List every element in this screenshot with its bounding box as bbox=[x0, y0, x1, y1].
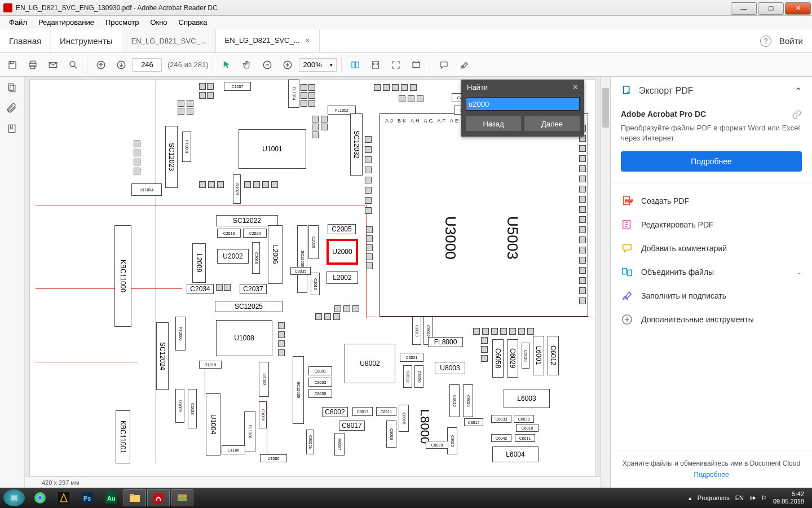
zoom-dropdown[interactable]: 200%▾ bbox=[299, 58, 336, 72]
document-viewport[interactable]: U3000 U5003 L8000 AJ BK AH AG AF AE AD A… bbox=[25, 77, 601, 488]
menu-window[interactable]: Окно bbox=[144, 18, 173, 27]
schematic-component: C6038 bbox=[514, 415, 534, 423]
signin-button[interactable]: Войти bbox=[779, 36, 803, 46]
rp-tool-item[interactable]: Дополнительные инструменты bbox=[611, 308, 812, 331]
window-minimize-button[interactable]: — bbox=[731, 2, 757, 15]
schematic-component-small bbox=[315, 313, 322, 320]
fit-width-icon[interactable] bbox=[346, 56, 364, 74]
rp-tool-item[interactable]: Редактировать PDF bbox=[611, 213, 812, 237]
chevron-up-icon[interactable]: ⌃ bbox=[795, 86, 802, 97]
rp-footer-link[interactable]: Подробнее bbox=[620, 471, 803, 479]
task-explorer-icon[interactable] bbox=[123, 489, 146, 506]
task-photoshop-icon[interactable]: Ps bbox=[76, 489, 99, 506]
schematic-component: U1001 bbox=[239, 129, 306, 169]
schematic-component: C6010 bbox=[516, 424, 539, 432]
task-chrome-icon[interactable] bbox=[29, 489, 51, 506]
fullscreen-icon[interactable] bbox=[387, 56, 405, 74]
zoom-out-icon[interactable] bbox=[258, 56, 276, 74]
rp-tool-item[interactable]: Добавить комментарий bbox=[611, 237, 812, 260]
bookmarks-icon[interactable] bbox=[6, 123, 19, 135]
tray-label: Programms bbox=[698, 494, 730, 501]
schematic-component: C8002 bbox=[322, 407, 348, 417]
task-audition-icon[interactable]: Au bbox=[100, 489, 122, 506]
document-tab-1[interactable]: EN_LG_D821_SVC_... bbox=[122, 29, 216, 52]
menu-help[interactable]: Справка bbox=[173, 18, 213, 27]
schematic-component-small bbox=[178, 100, 184, 107]
tab-tools[interactable]: Инструменты bbox=[51, 29, 122, 52]
rp-tool-item[interactable]: Объединить файлы⌄ bbox=[611, 260, 812, 284]
schematic-component-small bbox=[207, 92, 214, 99]
comment-icon[interactable] bbox=[435, 56, 453, 74]
email-icon[interactable] bbox=[44, 56, 62, 74]
schematic-component-small bbox=[365, 207, 372, 214]
schematic-component: C8015 bbox=[464, 418, 483, 426]
tab-home[interactable]: Главная bbox=[0, 29, 51, 52]
rp-cta-button[interactable]: Подробнее bbox=[621, 151, 802, 172]
schematic-component: L6003 bbox=[504, 389, 550, 408]
document-tab-2[interactable]: EN_LG_D821_SVC_...✕ bbox=[216, 29, 320, 52]
task-winrar-icon[interactable] bbox=[171, 489, 193, 506]
schematic-component: SC12032 bbox=[350, 113, 363, 176]
read-mode-icon[interactable] bbox=[407, 56, 425, 74]
rp-tool-item[interactable]: PDFСоздать PDF bbox=[611, 189, 812, 213]
schematic-component: C1007 bbox=[224, 82, 251, 91]
svg-rect-16 bbox=[10, 85, 15, 92]
menu-edit[interactable]: Редактирование bbox=[33, 18, 100, 27]
schematic-component-small bbox=[482, 328, 489, 335]
schematic-component: U1004 bbox=[206, 393, 220, 456]
hand-icon[interactable] bbox=[238, 56, 256, 74]
find-dialog: Найти✕ ▾ Назад Далее bbox=[461, 80, 584, 137]
page-down-icon[interactable] bbox=[112, 56, 130, 74]
page-number-input[interactable] bbox=[133, 58, 162, 72]
close-icon[interactable]: ✕ bbox=[572, 83, 579, 91]
close-icon[interactable]: ✕ bbox=[304, 37, 310, 45]
tray-lang[interactable]: EN bbox=[735, 494, 744, 501]
tool-icon bbox=[621, 242, 633, 255]
save-icon[interactable] bbox=[3, 56, 21, 74]
find-input[interactable] bbox=[466, 97, 580, 111]
sign-icon[interactable] bbox=[455, 56, 473, 74]
page-up-icon[interactable] bbox=[92, 56, 110, 74]
rp-header[interactable]: Экспорт PDF bbox=[639, 86, 694, 96]
schematic-component: R1023 bbox=[233, 174, 241, 204]
chevron-down-icon[interactable]: ⌄ bbox=[796, 268, 802, 276]
rp-product-name: Adobe Acrobat Pro DC bbox=[621, 110, 706, 119]
rp-tool-item[interactable]: Заполнить и подписать bbox=[611, 284, 812, 308]
thumbnails-icon[interactable] bbox=[6, 82, 19, 95]
help-icon[interactable]: ? bbox=[760, 36, 771, 47]
schematic-component: U8003 bbox=[435, 362, 465, 374]
schematic-component-small bbox=[199, 181, 206, 188]
schematic-component-small bbox=[365, 156, 372, 163]
print-icon[interactable] bbox=[24, 56, 42, 74]
schematic-component-small bbox=[301, 100, 307, 107]
find-next-button[interactable]: Далее bbox=[524, 116, 580, 131]
task-acrobat-icon[interactable] bbox=[147, 489, 170, 506]
zoom-in-icon[interactable] bbox=[279, 56, 297, 74]
system-tray[interactable]: ▴ Programms EN 🕪🏳 5:4209.05.2018 bbox=[689, 491, 809, 505]
schematic-component: C8003 bbox=[308, 378, 332, 387]
window-close-button[interactable]: ✕ bbox=[785, 2, 811, 15]
tray-time: 5:42 bbox=[773, 491, 804, 498]
schematic-component: C8024 bbox=[463, 384, 473, 417]
schematic-component-small bbox=[308, 100, 315, 107]
schematic-component: SC12030 bbox=[297, 225, 307, 293]
vertical-scrollbar[interactable] bbox=[601, 77, 610, 488]
link-icon[interactable] bbox=[792, 110, 802, 120]
pointer-icon[interactable] bbox=[218, 56, 236, 74]
menu-file[interactable]: Файл bbox=[3, 18, 33, 27]
schematic-component-small bbox=[278, 331, 285, 338]
attachments-icon[interactable] bbox=[6, 103, 19, 115]
find-prev-button[interactable]: Назад bbox=[466, 116, 521, 131]
start-button[interactable] bbox=[3, 489, 25, 506]
schematic-component-small bbox=[366, 253, 373, 260]
menu-view[interactable]: Просмотр bbox=[100, 18, 144, 27]
task-aimp-icon[interactable] bbox=[52, 489, 75, 506]
window-maximize-button[interactable]: ▢ bbox=[758, 2, 784, 15]
schematic-component-small bbox=[134, 141, 140, 147]
search-icon[interactable] bbox=[64, 56, 82, 74]
schematic-component-small bbox=[207, 83, 214, 90]
fit-page-icon[interactable] bbox=[367, 56, 385, 74]
schematic-component-small bbox=[500, 328, 507, 335]
schematic-component-small bbox=[481, 346, 488, 353]
tool-label: Заполнить и подписать bbox=[641, 291, 726, 300]
